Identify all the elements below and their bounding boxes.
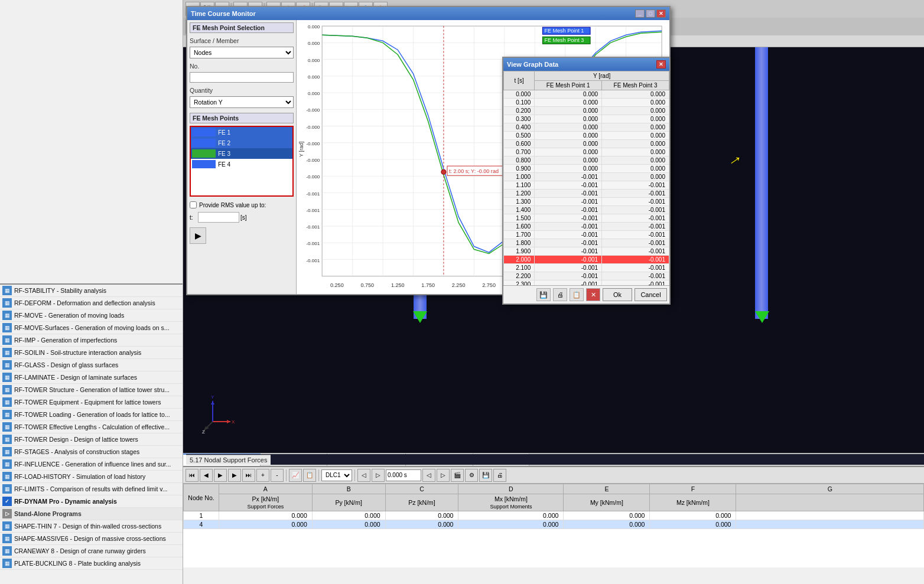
sidebar-module-item[interactable]: ▦PLATE-BUCKLING 8 - Plate buckling analy… (0, 557, 183, 570)
mesh-point-4[interactable]: FE 4 (191, 159, 292, 169)
vgd-export-btn[interactable]: 💾 (536, 288, 551, 301)
mesh-point-label-3: FE 3 (218, 151, 230, 157)
module-icon: ▦ (2, 459, 12, 469)
vgd-table-row[interactable]: 0.4000.0000.000 (504, 123, 669, 132)
vgd-table-row[interactable]: 1.400-0.001-0.001 (504, 206, 669, 214)
sidebar-module-item[interactable]: ▦RF-LAMINATE - Design of laminate surfac… (0, 371, 183, 384)
vgd-ok-btn[interactable]: Ok (603, 288, 632, 301)
sidebar-module-item[interactable]: ▷Stand-Alone Programs (0, 508, 183, 520)
sidebar-module-item[interactable]: ▦RF-LOAD-HISTORY - Simulation of load hi… (0, 471, 183, 483)
vgd-table-row[interactable]: 0.6000.0000.000 (504, 140, 669, 148)
bt-add-btn[interactable]: + (256, 469, 269, 482)
sidebar-module-item[interactable]: ▦RF-STAGES - Analysis of construction st… (0, 446, 183, 458)
vgd-table-row[interactable]: 1.700-0.001-0.001 (504, 231, 669, 239)
vgd-table-row[interactable]: 1.300-0.001-0.001 (504, 198, 669, 206)
vgd-table-row[interactable]: 2.100-0.001-0.001 (504, 264, 669, 272)
no-input[interactable] (190, 72, 294, 83)
module-icon: ▦ (2, 335, 12, 345)
vgd-table-row[interactable]: 0.5000.0000.000 (504, 132, 669, 140)
vgd-print-btn[interactable]: 🖨 (553, 288, 567, 301)
vgd-table-row[interactable]: 2.000-0.001-0.001 (504, 256, 669, 264)
tcm-action-btn[interactable]: ▶ (190, 227, 206, 244)
vgd-table-row[interactable]: 0.7000.0000.000 (504, 148, 669, 156)
vgd-table-row[interactable]: 1.100-0.001-0.001 (504, 181, 669, 190)
sidebar-module-item[interactable]: ▦RF-MOVE-Surfaces - Generation of moving… (0, 322, 183, 334)
sidebar-module-item[interactable]: ▦RF-DEFORM - Deformation and deflection … (0, 297, 183, 309)
vgd-table-row[interactable]: 2.300-0.001-0.001 (504, 280, 669, 286)
bt-export2-btn[interactable]: 💾 (479, 469, 492, 482)
module-icon: ▦ (2, 286, 12, 295)
bt-arrow-right-btn[interactable]: ▷ (372, 469, 385, 482)
vgd-table-row[interactable]: 0.3000.0000.000 (504, 115, 669, 123)
sidebar-module-item[interactable]: ▦RF-MOVE - Generation of moving loads (0, 309, 183, 322)
vgd-table-row[interactable]: 1.800-0.001-0.001 (504, 239, 669, 247)
bt-prev-btn[interactable]: ◀ (200, 469, 213, 482)
vgd-table-row[interactable]: 1.600-0.001-0.001 (504, 223, 669, 231)
rms-t-input[interactable] (198, 212, 239, 223)
rms-checkbox[interactable] (190, 201, 197, 208)
vgd-table-row[interactable]: 1.200-0.001-0.001 (504, 190, 669, 198)
tcm-close-btn[interactable]: ✕ (656, 9, 666, 18)
module-icon: ▦ (2, 373, 12, 382)
bt-prev2-btn[interactable]: ◁ (422, 469, 435, 482)
bt-next2-btn[interactable]: ▷ (437, 469, 450, 482)
bt-remove-btn[interactable]: - (271, 469, 284, 482)
bt-print2-btn[interactable]: 🖨 (493, 469, 506, 482)
tcm-minimize-btn[interactable]: _ (635, 9, 645, 18)
sidebar-module-item[interactable]: ▦RF-IMP - Generation of imperfections (0, 334, 183, 347)
surface-member-dropdown[interactable]: Nodes Members Surfaces (190, 47, 294, 58)
vgd-table-container[interactable]: t [s] Y [rad] FE Mesh Point 1 FE Mesh Po… (503, 71, 669, 285)
vgd-table-row[interactable]: 1.000-0.0010.000 (504, 173, 669, 181)
sidebar-module-item[interactable]: ▦SHAPE-MASSIVE6 - Design of massive cros… (0, 533, 183, 545)
table-row[interactable]: 10.0000.0000.0000.0000.0000.000 (184, 511, 924, 520)
vgd-cancel-btn[interactable]: Cancel (635, 288, 667, 301)
vgd-table-row[interactable]: 1.900-0.001-0.001 (504, 247, 669, 256)
sidebar-module-item[interactable]: ▦RF-INFLUENCE - Generation of influence … (0, 458, 183, 471)
sidebar-module-item[interactable]: ▦RF-TOWER Equipment - Equipment for latt… (0, 396, 183, 409)
vgd-table-row[interactable]: 0.0000.0000.000 (504, 90, 669, 99)
vgd-table-row[interactable]: 0.1000.0000.000 (504, 99, 669, 107)
quantity-dropdown[interactable]: Rotation Y Rotation X Rotation Z Displac… (190, 96, 294, 108)
sidebar-module-item[interactable]: ▦RF-SOILIN - Soil-structure interaction … (0, 347, 183, 359)
sidebar-module-item[interactable]: ▦SHAPE-THIN 7 - Design of thin-walled cr… (0, 520, 183, 533)
col-mz: Mz [kNm/m] (650, 494, 736, 511)
vgd-table-row[interactable]: 2.200-0.001-0.001 (504, 272, 669, 280)
vgd-table-row[interactable]: 0.2000.0000.000 (504, 107, 669, 115)
sidebar-module-item[interactable]: ▦RF-TOWER Design - Design of lattice tow… (0, 433, 183, 446)
bt-graph-btn[interactable]: 📈 (289, 469, 302, 482)
bt-last-btn[interactable]: ⏭ (242, 469, 255, 482)
tcm-maximize-btn[interactable]: □ (646, 9, 655, 18)
bt-play-btn[interactable]: ▶ (214, 469, 227, 482)
svg-text:FE Mesh Point 3: FE Mesh Point 3 (544, 37, 584, 43)
mesh-point-3[interactable]: FE 3 (191, 148, 292, 159)
vgd-settings-btn[interactable]: ✕ (586, 288, 600, 301)
mesh-point-1[interactable]: FE 1 (191, 127, 292, 138)
sidebar-module-item[interactable]: ▦RF-TOWER Loading - Generation of loads … (0, 409, 183, 421)
sidebar-module-item[interactable]: ▦RF-LIMITS - Comparison of results with … (0, 483, 183, 495)
time-input[interactable] (386, 469, 421, 481)
sidebar-module-item[interactable]: ▦RF-STABILITY - Stability analysis (0, 285, 183, 297)
svg-text:Z: Z (202, 429, 205, 433)
vgd-table-row[interactable]: 0.9000.0000.000 (504, 165, 669, 173)
sidebar-module-item[interactable]: ▦RF-GLASS - Design of glass surfaces (0, 359, 183, 371)
bt-arrow-left-btn[interactable]: ◁ (357, 469, 370, 482)
bt-anim-btn[interactable]: 🎬 (451, 469, 464, 482)
sidebar-module-item[interactable]: ▦CRANEWAY 8 - Design of crane runway gir… (0, 545, 183, 557)
sidebar-module-item[interactable]: ▦RF-TOWER Effective Lengths - Calculatio… (0, 421, 183, 433)
bt-next-btn[interactable]: ▶ (228, 469, 241, 482)
bt-first-btn[interactable]: ⏮ (186, 469, 199, 482)
table-row[interactable]: 40.0000.0000.0000.0000.0000.000 (184, 520, 924, 529)
load-case-combo[interactable]: DLC1 (321, 469, 352, 481)
vgd-copy-btn[interactable]: 📋 (570, 288, 584, 301)
vgd-table-row[interactable]: 0.8000.0000.000 (504, 156, 669, 165)
module-label: RF-LIMITS - Comparison of results with d… (14, 485, 167, 492)
sidebar-module-item[interactable]: ▦RF-TOWER Structure - Generation of latt… (0, 384, 183, 396)
bt-settings-btn[interactable]: ⚙ (465, 469, 478, 482)
svg-text:-0.000: -0.000 (306, 125, 320, 130)
sidebar-module-item[interactable]: ✓RF-DYNAM Pro - Dynamic analysis (0, 495, 183, 508)
data-table-container[interactable]: Node No. A B C D E F G Px [kN/m]Support … (183, 484, 924, 567)
vgd-close-btn[interactable]: ✕ (656, 60, 666, 68)
bt-table-btn[interactable]: 📋 (303, 469, 316, 482)
vgd-table-row[interactable]: 1.500-0.001-0.001 (504, 214, 669, 223)
mesh-point-2[interactable]: FE 2 (191, 138, 292, 148)
